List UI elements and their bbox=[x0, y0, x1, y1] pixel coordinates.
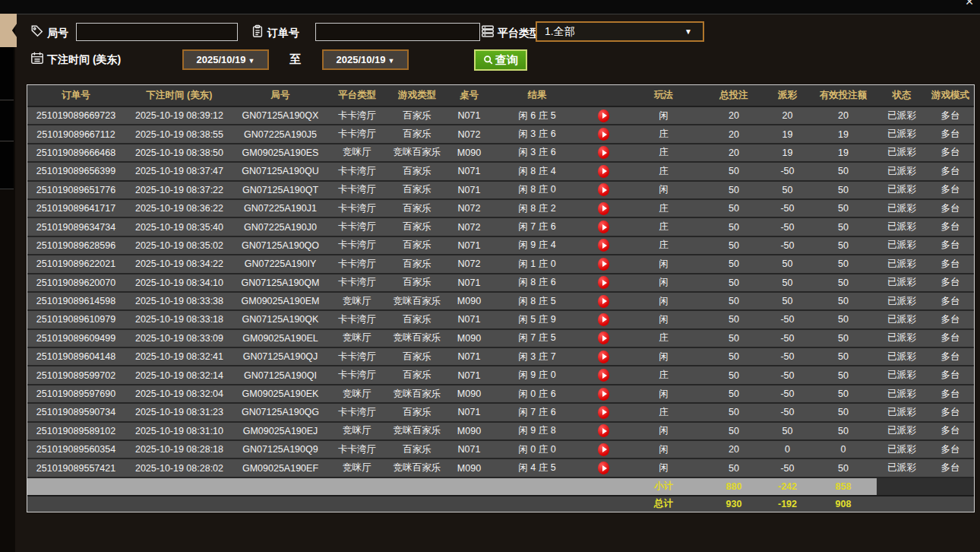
cell-valid-bet: 50 bbox=[810, 329, 877, 347]
cell-game-type: 百家乐 bbox=[387, 440, 447, 458]
cell-order-no: 251019089622021 bbox=[27, 255, 125, 273]
cell-bet-time: 2025-10-19 08:36:22 bbox=[125, 199, 234, 217]
tag-icon bbox=[30, 24, 44, 38]
table-row: 251019089610979 2025-10-19 08:33:18 GN07… bbox=[27, 310, 974, 328]
total-spacer bbox=[877, 496, 927, 512]
cell-replay bbox=[583, 125, 624, 143]
cell-status: 已派彩 bbox=[877, 440, 927, 458]
col-table-no: 桌号 bbox=[447, 85, 492, 106]
cell-replay bbox=[583, 347, 624, 366]
play-icon[interactable] bbox=[598, 313, 609, 326]
cell-game-type: 竞咪百家乐 bbox=[387, 329, 447, 347]
cell-game-no: GN07225A190J5 bbox=[234, 125, 327, 143]
cell-platform: 卡卡湾厅 bbox=[327, 106, 387, 125]
cell-game-type: 百家乐 bbox=[387, 217, 447, 236]
cell-replay bbox=[583, 144, 624, 162]
play-icon[interactable] bbox=[598, 369, 609, 382]
cell-valid-bet: 50 bbox=[810, 422, 877, 440]
col-status: 状态 bbox=[877, 85, 927, 106]
cell-total-bet: 50 bbox=[703, 422, 765, 440]
cell-platform: 卡卡湾厅 bbox=[327, 366, 387, 384]
play-icon[interactable] bbox=[598, 276, 609, 289]
subtotal-spacer bbox=[27, 477, 125, 496]
game-no-input[interactable] bbox=[76, 23, 238, 41]
cell-valid-bet: 50 bbox=[810, 403, 877, 421]
query-button[interactable]: 查询 bbox=[474, 49, 527, 71]
cell-platform: 卡卡湾厅 bbox=[327, 162, 387, 180]
chevron-down-icon: ▼ bbox=[388, 57, 395, 65]
date-to-select[interactable]: 2025/10/19▼ bbox=[322, 49, 409, 70]
query-button-label: 查询 bbox=[495, 53, 518, 68]
play-icon[interactable] bbox=[598, 332, 609, 344]
cell-payout: -50 bbox=[765, 366, 810, 384]
cell-valid-bet: 50 bbox=[810, 181, 877, 199]
clipboard-icon bbox=[251, 24, 264, 38]
play-icon[interactable] bbox=[598, 128, 609, 141]
cell-table-no: M090 bbox=[447, 292, 492, 310]
cell-replay bbox=[583, 255, 624, 273]
cell-total-bet: 20 bbox=[703, 440, 765, 458]
play-icon[interactable] bbox=[598, 258, 609, 271]
play-icon[interactable] bbox=[598, 424, 609, 437]
play-icon[interactable] bbox=[598, 443, 609, 456]
cell-bet-time: 2025-10-19 08:33:09 bbox=[125, 329, 234, 347]
side-menu-item bbox=[0, 47, 14, 100]
table-row: 251019089620070 2025-10-19 08:34:10 GN07… bbox=[27, 274, 974, 292]
cell-payout: -50 bbox=[765, 347, 810, 366]
window-top-bar: ✕ bbox=[0, 0, 980, 14]
cell-bet-time: 2025-10-19 08:33:18 bbox=[125, 310, 234, 328]
play-icon[interactable] bbox=[598, 183, 609, 196]
cell-status: 已派彩 bbox=[877, 274, 927, 292]
table-row: 251019089599702 2025-10-19 08:32:14 GN07… bbox=[27, 366, 974, 384]
cell-valid-bet: 50 bbox=[810, 274, 877, 292]
cell-game-no: GM09025A190EK bbox=[234, 385, 327, 403]
cell-result: 闲 9 庄 8 bbox=[492, 422, 583, 440]
cell-play-type: 闲 bbox=[624, 385, 703, 403]
cell-result: 闲 3 庄 6 bbox=[492, 125, 583, 143]
cell-table-no: N072 bbox=[447, 255, 492, 273]
side-menu-active-tab bbox=[0, 14, 17, 47]
order-no-input[interactable] bbox=[315, 23, 480, 41]
play-icon[interactable] bbox=[598, 351, 609, 363]
play-icon[interactable] bbox=[598, 202, 609, 215]
cell-platform: 卡卡湾厅 bbox=[327, 440, 387, 458]
cell-valid-bet: 50 bbox=[810, 458, 877, 477]
cell-status: 已派彩 bbox=[877, 144, 927, 162]
cell-status: 已派彩 bbox=[877, 310, 927, 328]
subtotal-spacer bbox=[492, 477, 583, 496]
cell-mode: 多台 bbox=[927, 347, 974, 366]
cell-total-bet: 50 bbox=[703, 292, 765, 310]
play-icon[interactable] bbox=[598, 109, 609, 122]
play-icon[interactable] bbox=[598, 146, 609, 159]
play-icon[interactable] bbox=[598, 462, 609, 474]
cell-play-type: 闲 bbox=[624, 106, 703, 125]
cell-order-no: 251019089589102 bbox=[27, 422, 125, 440]
play-icon[interactable] bbox=[598, 295, 609, 308]
play-icon[interactable] bbox=[598, 406, 609, 419]
play-icon[interactable] bbox=[598, 388, 609, 401]
play-icon[interactable] bbox=[598, 220, 609, 233]
cell-platform: 竞咪厅 bbox=[327, 385, 387, 403]
cell-bet-time: 2025-10-19 08:31:10 bbox=[125, 422, 234, 440]
cell-bet-time: 2025-10-19 08:28:18 bbox=[125, 440, 234, 458]
play-icon[interactable] bbox=[598, 165, 609, 178]
cell-game-type: 百家乐 bbox=[387, 181, 447, 199]
cell-table-no: N071 bbox=[447, 310, 492, 328]
date-from-select[interactable]: 2025/10/19▼ bbox=[182, 49, 269, 70]
subtotal-spacer bbox=[327, 477, 387, 496]
background-side-menu bbox=[0, 14, 15, 552]
total-total-bet: 930 bbox=[703, 496, 765, 512]
table-row: 251019089651776 2025-10-19 08:37:22 GN07… bbox=[27, 181, 974, 199]
col-play-type: 玩法 bbox=[624, 85, 703, 106]
cell-replay bbox=[583, 403, 624, 421]
close-icon[interactable]: ✕ bbox=[965, 0, 974, 8]
cell-payout: -50 bbox=[765, 458, 810, 477]
cell-status: 已派彩 bbox=[877, 422, 927, 440]
cell-platform: 卡卡湾厅 bbox=[327, 217, 387, 236]
cell-status: 已派彩 bbox=[877, 385, 927, 403]
platform-type-select[interactable]: 1.全部 ▼ bbox=[536, 21, 704, 42]
platform-type-value: 1.全部 bbox=[545, 25, 575, 37]
cell-play-type: 闲 bbox=[624, 274, 703, 292]
cell-table-no: N071 bbox=[447, 403, 492, 421]
play-icon[interactable] bbox=[598, 239, 609, 252]
